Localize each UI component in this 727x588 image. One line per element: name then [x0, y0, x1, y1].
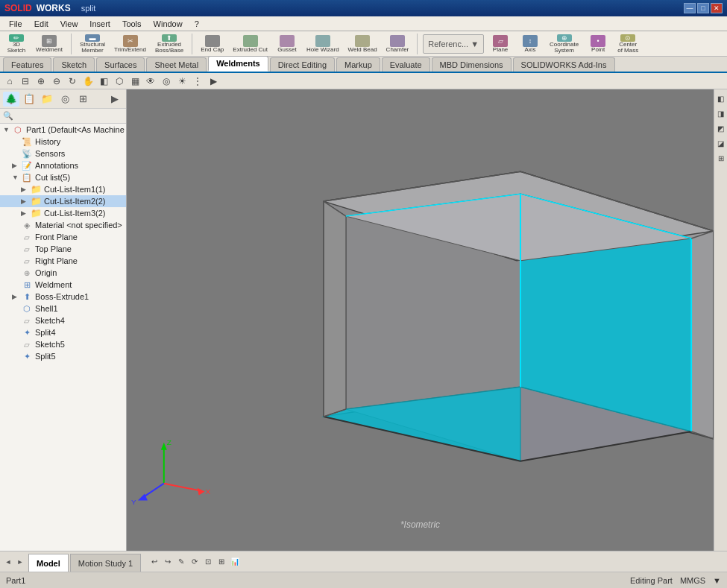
- tab-markup[interactable]: Markup: [336, 57, 380, 72]
- expand-icon[interactable]: ▶: [107, 92, 123, 107]
- undo-button[interactable]: ↩: [148, 556, 160, 568]
- display-manager-icon[interactable]: ⊞: [75, 92, 91, 107]
- motion-controls-3[interactable]: 📊: [229, 556, 241, 568]
- tab-evaluate[interactable]: Evaluate: [382, 57, 430, 72]
- tab-mbd[interactable]: MBD Dimensions: [432, 57, 512, 72]
- hole-wizard-button[interactable]: Hole Wizard: [303, 33, 342, 55]
- tab-sheet-metal[interactable]: Sheet Metal: [146, 57, 207, 72]
- tree-item-annotations[interactable]: ▶ 📝 Annotations: [0, 159, 126, 171]
- reference-button[interactable]: Referenc... ▼: [423, 34, 484, 54]
- tree-item-origin[interactable]: ⊕ Origin: [0, 267, 126, 279]
- scroll-left-button[interactable]: ◄: [3, 557, 13, 567]
- redo-button[interactable]: ↪: [162, 556, 174, 568]
- tree-item-material[interactable]: ◈ Material <not specified>: [0, 219, 126, 231]
- tree-item-cutitem1[interactable]: ▶ 📁 Cut-List-Item1(1): [0, 183, 126, 195]
- tree-item-split4[interactable]: ✦ Split4: [0, 326, 126, 338]
- property-manager-icon[interactable]: 📋: [21, 92, 37, 107]
- right-panel-icon-2[interactable]: ◨: [715, 107, 727, 119]
- display-style-button[interactable]: ◧: [97, 75, 110, 88]
- scroll-right-button[interactable]: ►: [15, 557, 25, 567]
- axis-button[interactable]: ↕ Axis: [517, 33, 544, 55]
- rebuild-button[interactable]: ⟳: [189, 556, 201, 568]
- zoom-to-fit-button[interactable]: ⊟: [19, 75, 32, 88]
- tab-motion-study-1[interactable]: Motion Study 1: [70, 554, 141, 572]
- point-button[interactable]: • Point: [585, 33, 611, 55]
- menu-view[interactable]: View: [54, 18, 84, 30]
- tab-addins[interactable]: SOLIDWORKS Add-Ins: [513, 57, 615, 72]
- maximize-button[interactable]: □: [697, 3, 709, 13]
- units-dropdown[interactable]: ▼: [713, 576, 721, 585]
- gusset-button[interactable]: Gusset: [274, 33, 300, 55]
- tree-item-weldment[interactable]: ⊞ Weldment: [0, 279, 126, 291]
- tree-item-split5[interactable]: ✦ Split5: [0, 350, 126, 362]
- tree-item-frontplane[interactable]: ▱ Front Plane: [0, 231, 126, 243]
- extruded-boss-button[interactable]: ⬆ ExtrudedBoss/Base: [152, 33, 186, 55]
- motion-controls-1[interactable]: ⊡: [202, 556, 214, 568]
- tree-item-sketch4[interactable]: ▱ Sketch4: [0, 314, 126, 326]
- right-panel-icon-1[interactable]: ◧: [715, 92, 727, 104]
- rotate-view-button[interactable]: ↻: [66, 75, 79, 88]
- motion-controls-2[interactable]: ⊞: [215, 556, 227, 568]
- section-view-button[interactable]: ▦: [128, 75, 142, 88]
- sketch-3d-button[interactable]: ✏ 3DSketch: [3, 33, 30, 55]
- structural-member-button[interactable]: ▬ StructuralMember: [77, 33, 108, 55]
- end-cap-button[interactable]: End Cap: [198, 33, 227, 55]
- extruded-cut-button[interactable]: Extruded Cut: [230, 33, 271, 55]
- right-panel-icon-4[interactable]: ◪: [715, 137, 727, 149]
- tree-item-shell1[interactable]: ⬡ Shell1: [0, 303, 126, 314]
- trim-extend-button[interactable]: ✂ Trim/Extend: [111, 33, 149, 55]
- minimize-button[interactable]: —: [684, 3, 696, 13]
- center-of-mass-button[interactable]: ⊙ Centerof Mass: [614, 33, 641, 55]
- tab-surfaces[interactable]: Surfaces: [96, 57, 145, 72]
- menu-edit[interactable]: Edit: [28, 18, 54, 30]
- dim-xpert-icon[interactable]: ◎: [57, 92, 73, 107]
- tree-item-cutitem2[interactable]: ▶ 📁 Cut-List-Item2(2): [0, 195, 126, 207]
- tree-label: Cut list(5): [35, 173, 70, 182]
- right-panel-icon-3[interactable]: ◩: [715, 122, 727, 134]
- tab-weldments[interactable]: Weldments: [208, 56, 268, 72]
- edit-button[interactable]: ✎: [175, 556, 187, 568]
- hide-show-button[interactable]: 👁: [144, 75, 157, 88]
- zoom-out-button[interactable]: ⊖: [50, 75, 63, 88]
- config-manager-icon[interactable]: 📁: [39, 92, 55, 107]
- tree-item-history[interactable]: 📜 History: [0, 136, 126, 148]
- menu-help[interactable]: ?: [189, 18, 205, 30]
- tree-item-topplane[interactable]: ▱ Top Plane: [0, 243, 126, 255]
- tab-direct-editing[interactable]: Direct Editing: [270, 57, 335, 72]
- weld-bead-button[interactable]: Weld Bead: [345, 33, 380, 55]
- right-panel-icon-5[interactable]: ⊞: [715, 152, 727, 164]
- tree-item-sketch5[interactable]: ▱ Sketch5: [0, 338, 126, 350]
- appearance-button[interactable]: ◎: [160, 75, 173, 88]
- more-button[interactable]: ▶: [207, 75, 220, 88]
- zoom-in-button[interactable]: ⊕: [34, 75, 48, 88]
- menu-insert[interactable]: Insert: [84, 18, 116, 30]
- tree-item-cutitem3[interactable]: ▶ 📁 Cut-List-Item3(2): [0, 207, 126, 219]
- expand-arrow: ▶: [12, 293, 21, 300]
- tree-item-bossextrude1[interactable]: ▶ ⬆ Boss-Extrude1: [0, 291, 126, 303]
- menu-file[interactable]: File: [3, 18, 28, 30]
- tree-item-sensors[interactable]: 📡 Sensors: [0, 148, 126, 159]
- tab-model[interactable]: Model: [28, 554, 69, 572]
- view-orientation-button[interactable]: ⬡: [113, 75, 126, 88]
- tab-features[interactable]: Features: [3, 57, 51, 72]
- plane-button[interactable]: ▱ Plane: [487, 33, 514, 55]
- panel-icons: 🌲 📋 📁 ◎ ⊞ ▶: [0, 89, 126, 109]
- tree-item-cutlist[interactable]: ▼ 📋 Cut list(5): [0, 171, 126, 183]
- close-button[interactable]: ✕: [711, 3, 723, 13]
- feature-manager-icon[interactable]: 🌲: [3, 92, 19, 107]
- sensors-icon: 📡: [21, 148, 33, 159]
- 3d-viewport[interactable]: Z X Y *Isometric: [127, 89, 714, 551]
- menu-tools[interactable]: Tools: [116, 18, 148, 30]
- weldment-button[interactable]: ⊞ Weldment: [33, 33, 66, 55]
- tree-item-part1[interactable]: ▼ ⬡ Part1 (Default<As Machine: [0, 124, 126, 136]
- view-home-button[interactable]: ⌂: [3, 75, 16, 88]
- tab-sketch[interactable]: Sketch: [53, 57, 95, 72]
- menu-window[interactable]: Window: [148, 18, 189, 30]
- pan-button[interactable]: ✋: [81, 75, 95, 88]
- coordinate-system-button[interactable]: ⊕ CoordinateSystem: [547, 33, 582, 55]
- chamfer-button[interactable]: Chamfer: [383, 33, 412, 55]
- tree-item-rightplane[interactable]: ▱ Right Plane: [0, 255, 126, 267]
- lights-button[interactable]: ☀: [175, 75, 189, 88]
- grid-button[interactable]: ⋮: [191, 75, 204, 88]
- tree-label: Boss-Extrude1: [35, 292, 89, 301]
